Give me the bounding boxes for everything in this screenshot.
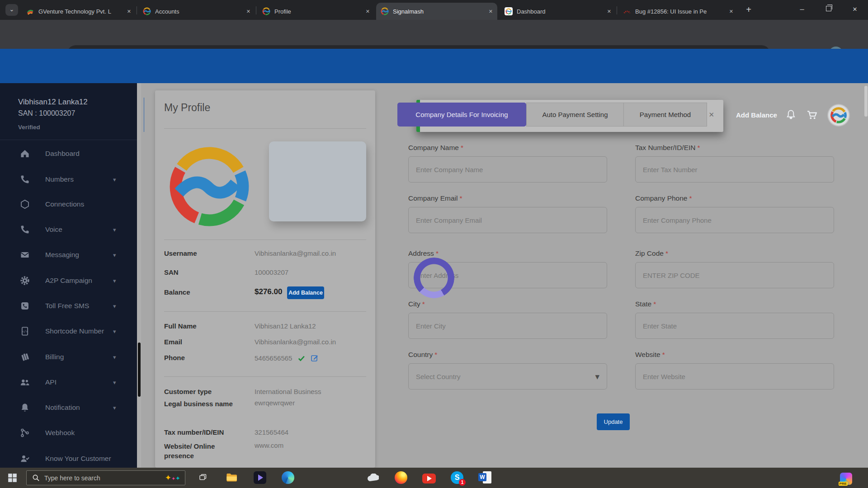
sidebar-item-toll-free-sms[interactable]: Toll Free SMS ▾ xyxy=(0,297,137,315)
svg-text:</>: </> xyxy=(22,329,28,333)
verified-check-icon xyxy=(298,355,305,362)
task-view-button[interactable] xyxy=(196,470,210,485)
chevron-down-icon: ▾ xyxy=(113,303,116,310)
skype-icon[interactable]: S1 xyxy=(450,470,464,485)
toast-close-icon[interactable]: ✕ xyxy=(708,111,714,119)
taskbar-search-box[interactable]: Type here to search ✦✦✦ xyxy=(26,470,185,485)
sidebar-item-know-your-customer[interactable]: Know Your Customer xyxy=(0,450,137,468)
start-button[interactable] xyxy=(5,470,19,485)
browser-tab-accounts[interactable]: Accounts ✕ xyxy=(138,3,255,20)
sidebar-item-label: Connections xyxy=(45,200,84,208)
tab-auto-payment[interactable]: Auto Payment Setting xyxy=(526,103,624,127)
sidebar-item-label: Billing xyxy=(45,353,64,361)
detail-value: Vibhisanlanka@gmail.co.in xyxy=(255,249,336,257)
sidebar-item-label: Webhook xyxy=(45,429,75,437)
field-zip-code: Zip Code* xyxy=(635,249,834,288)
tab-title: Accounts xyxy=(155,8,243,15)
firefox-icon[interactable] xyxy=(394,470,408,485)
tab-company-details[interactable]: Company Details For Invoicing xyxy=(397,103,526,127)
sidebar-item-label: Dashboard xyxy=(45,150,80,158)
edge-browser-icon[interactable] xyxy=(281,470,295,485)
sidebar: Vibhisan12 Lanka12 SAN : 100003207 Verif… xyxy=(0,83,141,468)
sidebar-scrollbar-thumb[interactable] xyxy=(138,343,141,397)
tab-search-button[interactable]: ⌄ xyxy=(5,4,18,16)
detail-value: ewrqewrqwer xyxy=(255,399,295,407)
company-email-input[interactable] xyxy=(408,207,607,233)
tab-divider xyxy=(256,6,256,14)
media-player-icon[interactable] xyxy=(253,470,267,485)
tab-close-icon[interactable]: ✕ xyxy=(127,9,131,14)
browser-tab-bug[interactable]: Bug #12856: UI Issue in Pe ✕ xyxy=(618,3,738,20)
new-tab-button[interactable]: + xyxy=(742,4,755,16)
edit-phone-icon[interactable] xyxy=(311,354,319,362)
field-city: City* xyxy=(408,300,607,339)
detail-value: Vibhisan12 Lanka12 xyxy=(255,322,316,330)
browser-tab-gventure[interactable]: GVenture Technology Pvt. L ✕ xyxy=(22,3,136,20)
country-select[interactable]: Select Country▾ xyxy=(408,363,607,389)
user-avatar[interactable] xyxy=(828,105,849,126)
company-phone-input[interactable] xyxy=(635,207,834,233)
sidebar-item-voice[interactable]: Voice ▾ xyxy=(0,221,137,239)
sidebar-item-label: Messaging xyxy=(45,251,79,259)
sidebar-item-label: A2P Campaign xyxy=(45,277,92,285)
onedrive-icon[interactable] xyxy=(365,470,380,485)
tax-number-input[interactable] xyxy=(635,156,834,183)
state-input[interactable] xyxy=(635,313,834,339)
tab-close-icon[interactable]: ✕ xyxy=(607,9,611,14)
zip-code-input[interactable] xyxy=(635,262,834,288)
field-label: Company Name* xyxy=(408,144,607,152)
sidebar-item-billing[interactable]: Billing ▾ xyxy=(0,348,137,366)
chevron-down-icon: ▾ xyxy=(113,328,116,335)
sidebar-item-webhook[interactable]: Webhook xyxy=(0,424,137,442)
field-label: Tax Number/ID/EIN* xyxy=(635,144,834,152)
header-add-balance-link[interactable]: Add Balance xyxy=(736,111,777,119)
youtube-icon[interactable] xyxy=(422,471,436,486)
browser-tab-signalmash-active[interactable]: Signalmash ✕ xyxy=(376,3,497,20)
tab-close-icon[interactable]: ✕ xyxy=(489,9,493,14)
city-input[interactable] xyxy=(408,313,607,339)
sidebar-item-dashboard[interactable]: Dashboard xyxy=(0,145,137,163)
chevron-down-icon: ▾ xyxy=(113,252,116,258)
cart-icon[interactable] xyxy=(807,110,817,122)
sidebar-item-messaging[interactable]: Messaging ▾ xyxy=(0,246,137,264)
bills-icon xyxy=(20,352,30,362)
sidebar-item-numbers[interactable]: Numbers ▾ xyxy=(0,170,137,188)
sidebar-scrollbar-track[interactable] xyxy=(137,83,141,468)
field-state: State* xyxy=(635,300,834,339)
sidebar-item-api[interactable]: API ▾ xyxy=(0,373,137,391)
profile-image-upload-area[interactable] xyxy=(269,141,366,221)
copilot-icon[interactable]: PRE xyxy=(839,471,853,486)
window-close-button[interactable]: ✕ xyxy=(842,0,868,19)
tab-close-icon[interactable]: ✕ xyxy=(246,9,250,14)
file-explorer-icon[interactable] xyxy=(225,470,239,485)
tab-payment-method[interactable]: Payment Method xyxy=(623,103,707,127)
search-highlights-icon[interactable]: ✦✦✦ xyxy=(165,473,180,483)
browser-tab-dashboard[interactable]: Dashboard ✕ xyxy=(500,3,616,20)
required-asterisk: * xyxy=(422,300,425,308)
sidebar-item-shortcode-number[interactable]: </> Shortcode Number ▾ xyxy=(0,322,137,340)
browser-tab-profile[interactable]: Profile ✕ xyxy=(258,3,374,20)
page-scrollbar-thumb[interactable] xyxy=(864,86,868,117)
tab-close-icon[interactable]: ✕ xyxy=(366,9,370,14)
sidebar-item-notification[interactable]: Notification ▾ xyxy=(0,399,137,417)
word-icon[interactable]: W xyxy=(478,470,492,485)
sidebar-item-connections[interactable]: Connections xyxy=(0,195,137,213)
notifications-bell-icon[interactable] xyxy=(786,109,796,122)
sidebar-item-a2p-campaign[interactable]: A2P Campaign ▾ xyxy=(0,272,137,290)
add-balance-button[interactable]: Add Balance xyxy=(287,286,324,299)
sidebar-item-label: Notification xyxy=(45,404,80,412)
chevron-down-icon: ▾ xyxy=(113,354,116,361)
detail-value: 5465656565 xyxy=(255,354,319,362)
update-button[interactable]: Update xyxy=(597,413,630,430)
restore-icon xyxy=(826,6,831,11)
windows-taskbar: Type here to search ✦✦✦ S1 W Live xyxy=(0,468,868,488)
window-minimize-button[interactable]: ─ xyxy=(789,0,815,19)
balance-label: Balance xyxy=(164,288,190,296)
sidebar-item-label: Voice xyxy=(45,225,62,234)
user-san: SAN : 100003207 xyxy=(18,108,88,119)
tab-close-icon[interactable]: ✕ xyxy=(729,9,733,14)
sidebar-item-label: Know Your Customer xyxy=(45,455,111,463)
company-name-input[interactable] xyxy=(408,156,607,183)
window-restore-button[interactable] xyxy=(816,0,842,19)
website-input[interactable] xyxy=(635,363,834,389)
